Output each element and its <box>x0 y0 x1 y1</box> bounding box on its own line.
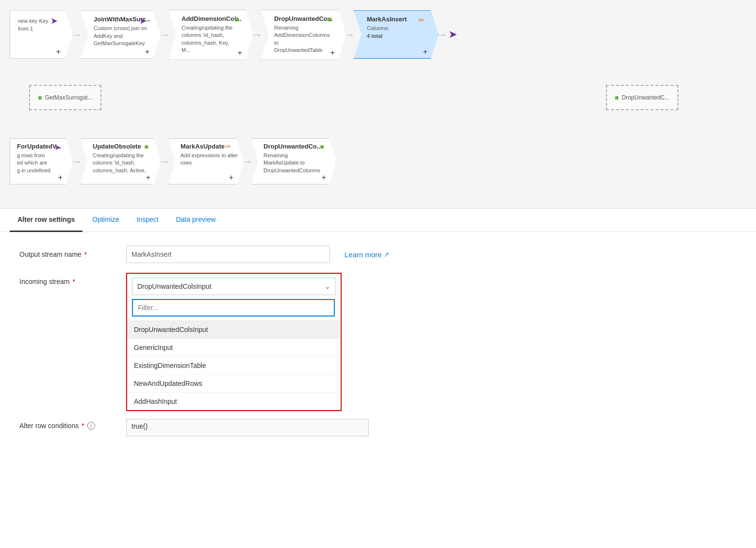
pipeline-area: ➤ new key Keyfrom 1 + → ➤ JoinWithMaxSur… <box>0 0 756 209</box>
arrow-4: → <box>345 29 355 40</box>
tab-data-preview[interactable]: Data preview <box>168 209 224 232</box>
node-icon-green: ■ <box>234 15 239 24</box>
output-stream-row: Output stream name * Learn more ↗ <box>19 246 737 263</box>
pipeline-node-update-obsolete[interactable]: ■ UpdateObsolete Creating/updating theco… <box>81 138 161 184</box>
pipeline-node-key[interactable]: ➤ new key Keyfrom 1 + <box>10 10 73 59</box>
tabs-bar: Alter row settings Optimize Inspect Data… <box>0 209 756 232</box>
dropdown-trigger-row: DropUnwantedColsInput ⌄ <box>127 274 341 299</box>
dropdown-item-0[interactable]: DropUnwantedColsInput <box>127 321 340 339</box>
dashed-node-dropunwanted[interactable]: ■ DropUnwantedC... <box>606 85 678 110</box>
incoming-stream-dropdown-section: DropUnwantedColsInput ⌄ DropUnwantedCols… <box>126 273 342 411</box>
alter-row-label: Alter row conditions * i <box>19 419 126 430</box>
node-plus[interactable]: + <box>56 48 61 56</box>
required-star-incoming: * <box>72 278 75 285</box>
chevron-down-icon: ⌄ <box>325 282 330 290</box>
node-plus[interactable]: + <box>322 173 326 182</box>
arrow-5: → <box>438 29 447 40</box>
node-desc: new key Keyfrom 1 <box>18 17 67 33</box>
node-desc: Add expressions to alterrows <box>181 152 238 167</box>
tab-optimize[interactable]: Optimize <box>84 209 127 232</box>
external-link-icon: ↗ <box>384 251 389 258</box>
node-icon-green3: ■ <box>145 143 148 150</box>
node-desc: Columns:4 total <box>367 25 433 40</box>
node-icon-green4: ■ <box>320 143 324 150</box>
node-icon-purple2: ➤ <box>139 16 147 26</box>
pipeline-node-mark-insert[interactable]: ✏ MarkAsInsert Columns:4 total + <box>354 10 439 59</box>
dropdown-item-4[interactable]: AddHashInput <box>127 393 340 410</box>
pipeline-node-join[interactable]: ➤ JoinWithMaxSurr... Custom (cross) join… <box>81 10 161 59</box>
node-icon-purple3: ➤ <box>54 143 61 152</box>
dropdown-item-1[interactable]: GenericInput <box>127 339 340 357</box>
node-desc: RenamingMarkAsUpdate toDropUnwantedColum… <box>263 152 331 174</box>
info-icon[interactable]: i <box>87 422 95 430</box>
required-star-alter: * <box>82 422 84 430</box>
dropdown-item-3[interactable]: NewAndUpdatedRows <box>127 375 340 393</box>
filter-input-wrapper <box>127 299 341 320</box>
required-star-output: * <box>84 250 87 258</box>
node-icon-orange2: ✏ <box>226 143 231 150</box>
settings-panel: Output stream name * Learn more ↗ Incomi… <box>0 232 756 450</box>
pipeline-node-mark-update[interactable]: ✏ MarkAsUpdate Add expressions to alterr… <box>168 138 244 184</box>
node-icon-orange: ✏ <box>418 16 425 25</box>
arrow-r3-1: → <box>72 156 82 167</box>
node-plus[interactable]: + <box>146 173 150 182</box>
arrow-3: → <box>252 29 262 40</box>
node-icon-purple: ➤ <box>50 16 58 26</box>
node-plus[interactable]: + <box>145 48 149 56</box>
output-stream-label: Output stream name * <box>19 250 126 258</box>
arrow-2: → <box>160 29 169 40</box>
node-plus[interactable]: + <box>238 49 242 57</box>
pipeline-node-for-updated[interactable]: ➤ ForUpdatedV... g rows fromed which are… <box>10 138 73 184</box>
dashed-node-getmax[interactable]: ■ GetMaxSurrogat... <box>29 85 101 110</box>
arrow-1: → <box>72 29 82 40</box>
pipeline-end-arrow: ➤ <box>448 28 457 41</box>
node-icon-green2: ■ <box>327 15 332 24</box>
arrow-r3-3: → <box>243 156 252 167</box>
alter-row-section: Alter row conditions * i true() <box>19 419 737 436</box>
tab-inspect[interactable]: Inspect <box>129 209 166 232</box>
node-desc: g rows fromed which areg in undefined <box>17 152 67 174</box>
output-stream-input[interactable] <box>126 246 330 263</box>
dashed-node-icon: ■ <box>38 94 42 101</box>
arrow-r3-2: → <box>160 156 169 167</box>
dropdown-item-2[interactable]: ExistingDimensionTable <box>127 357 340 375</box>
node-plus[interactable]: + <box>58 173 63 182</box>
incoming-stream-label: Incoming stream * <box>19 273 126 285</box>
learn-more-link[interactable]: Learn more ↗ <box>345 250 389 259</box>
tab-alter-row-settings[interactable]: Alter row settings <box>10 209 82 232</box>
node-plus[interactable]: + <box>330 49 335 57</box>
dashed-node-icon2: ■ <box>615 94 619 101</box>
node-plus[interactable]: + <box>229 173 233 182</box>
incoming-stream-select[interactable]: DropUnwantedColsInput ⌄ <box>132 278 336 295</box>
node-desc: Custom (cross) join onAddKey andGetMaxSu… <box>94 25 155 47</box>
filter-input[interactable] <box>132 299 335 316</box>
dropdown-list: DropUnwantedColsInput GenericInput Exist… <box>127 320 340 410</box>
node-plus[interactable]: + <box>423 48 427 56</box>
pipeline-node-add-dim[interactable]: ■ AddDimensionCol... Creating/updating t… <box>168 10 253 60</box>
alter-row-condition-value: true() <box>126 419 369 436</box>
dashed-node-label: GetMaxSurrogat... <box>45 94 92 101</box>
pipeline-node-drop-unwanted[interactable]: ■ DropUnwantedCo... RenamingAddDimension… <box>261 10 346 60</box>
node-desc: Creating/updating thecolumns 'id_hash,co… <box>93 152 155 174</box>
pipeline-node-drop-unwanted2[interactable]: ■ DropUnwantedCo... RenamingMarkAsUpdate… <box>251 138 336 184</box>
dashed-node-label2: DropUnwantedC... <box>622 94 670 101</box>
